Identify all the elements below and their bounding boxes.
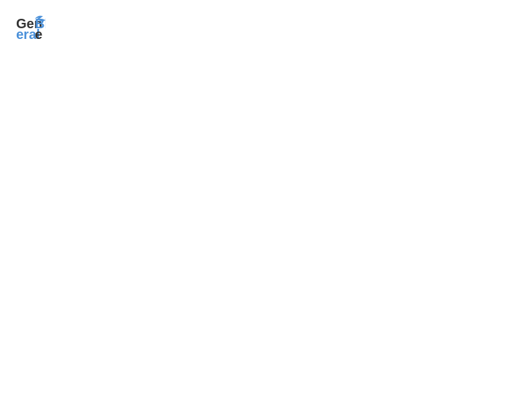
logo: Gen eral Blu e	[16, 13, 46, 40]
calendar-table	[16, 47, 516, 400]
svg-text:e: e	[35, 27, 42, 40]
page: Gen eral Blu e	[0, 0, 532, 411]
logo-icon: Gen eral Blu e	[16, 13, 46, 40]
header: Gen eral Blu e	[16, 13, 516, 40]
